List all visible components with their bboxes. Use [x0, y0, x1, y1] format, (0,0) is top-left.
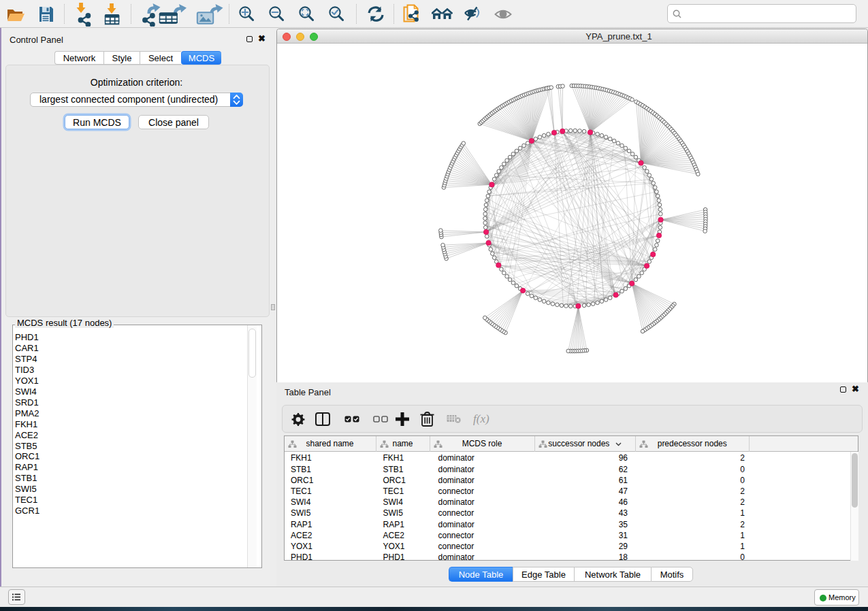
svg-text:f(x): f(x) [473, 412, 489, 425]
